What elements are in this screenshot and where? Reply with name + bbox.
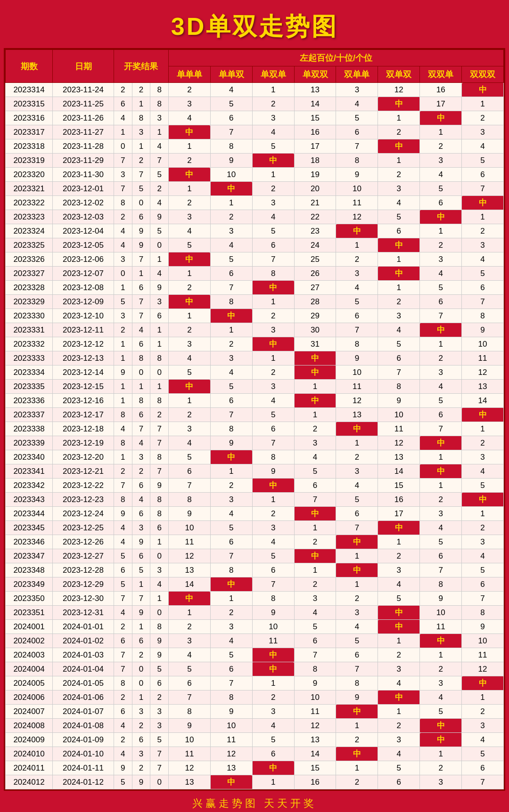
cell-digit-2: 3 [150,719,169,733]
cell-digit-2: 5 [150,168,169,182]
cell-period: 2023346 [6,535,53,549]
cell-val-3: 13 [294,83,336,97]
cell-val-3: 18 [294,154,336,168]
cell-val-0: 2 [168,196,210,210]
cell-period: 2024012 [6,775,53,789]
cell-val-5: 7 [378,365,420,380]
cell-digit-2: 6 [150,521,169,535]
cell-val-7: 5 [462,747,504,761]
cell-val-7: 4 [462,139,504,154]
cell-val-7: 5 [462,154,504,168]
cell-val-3: 29 [294,309,336,323]
cell-val-7: 中 [462,676,504,690]
table-row: 20240072024-01-0763389311中152 [6,705,504,719]
cell-val-1: 中 [210,577,252,592]
cell-date: 2023-12-18 [53,422,114,436]
cell-val-7: 1 [462,97,504,111]
cell-val-3: 27 [294,281,336,295]
cell-period: 2023337 [6,408,53,422]
cell-val-1: 1 [210,323,252,337]
cell-val-7: 7 [462,592,504,606]
cell-val-0: 5 [168,450,210,464]
cell-val-7: 6 [462,168,504,182]
cell-val-6: 16 [420,83,462,97]
cell-val-5: 3 [378,662,420,676]
cell-val-0: 1 [168,606,210,620]
cell-val-2: 1 [252,83,294,97]
header-col: 单单单 [168,66,210,83]
cell-date: 2023-11-25 [53,97,114,111]
cell-date: 2024-01-03 [53,648,114,662]
cell-period: 2023344 [6,507,53,521]
cell-val-2: 中 [252,662,294,676]
table-row: 20233402023-12-201385中8421313 [6,450,504,464]
cell-val-6: 6 [420,549,462,563]
cell-val-2: 2 [252,690,294,705]
cell-digit-1: 6 [132,408,150,422]
cell-val-4: 8 [336,337,378,351]
table-row: 20233332023-12-13188431中96211 [6,351,504,365]
cell-val-6: 5 [420,535,462,549]
cell-val-1: 7 [210,281,252,295]
cell-val-7: 11 [462,351,504,365]
cell-val-0: 8 [168,493,210,507]
cell-digit-1: 0 [132,365,150,380]
cell-digit-2: 4 [150,196,169,210]
cell-period: 2023347 [6,549,53,563]
table-row: 20233292023-12-09573中81285267 [6,295,504,309]
cell-val-1: 6 [210,662,252,676]
cell-period: 2023328 [6,281,53,295]
cell-val-0: 10 [168,733,210,747]
cell-digit-2: 1 [150,323,169,337]
cell-val-5: 5 [378,761,420,775]
cell-digit-0: 5 [114,775,132,789]
table-row: 20233322023-12-1216132中3185110 [6,337,504,351]
cell-digit-1: 1 [132,139,150,154]
cell-digit-2: 9 [150,281,169,295]
cell-digit-1: 9 [132,606,150,620]
cell-date: 2024-01-12 [53,775,114,789]
cell-val-6: 2 [420,662,462,676]
cell-period: 2023338 [6,422,53,436]
table-row: 20233202023-11-30375中101199246 [6,168,504,182]
cell-val-5: 13 [378,450,420,464]
cell-val-5: 12 [378,436,420,450]
table-row: 20233272023-12-07014168263中45 [6,267,504,281]
table-row: 20233152023-11-25618352144中171 [6,97,504,111]
cell-date: 2023-11-29 [53,154,114,168]
cell-val-7: 5 [462,479,504,493]
cell-val-5: 中 [378,521,420,535]
cell-period: 2023342 [6,479,53,493]
cell-digit-2: 8 [150,493,169,507]
cell-val-3: 2 [294,577,336,592]
cell-date: 2023-12-30 [53,592,114,606]
cell-digit-2: 1 [150,535,169,549]
cell-val-7: 2 [462,521,504,535]
cell-val-1: 5 [210,521,252,535]
cell-val-3: 16 [294,125,336,139]
cell-digit-0: 7 [114,662,132,676]
cell-digit-1: 6 [132,507,150,521]
table-row: 20233192023-11-2972729中188135 [6,154,504,168]
cell-digit-2: 8 [150,351,169,365]
cell-digit-2: 2 [150,182,169,196]
cell-val-1: 8 [210,139,252,154]
header-period: 期数 [6,50,53,83]
table-row: 20233312023-12-112412133074中9 [6,323,504,337]
cell-val-6: 2 [420,493,462,507]
cell-val-0: 7 [168,479,210,493]
cell-val-4: 5 [336,493,378,507]
cell-val-2: 7 [252,252,294,267]
cell-digit-1: 5 [132,182,150,196]
table-row: 20240122024-01-1259013中1162637 [6,775,504,789]
cell-val-5: 16 [378,493,420,507]
cell-val-7: 7 [462,775,504,789]
cell-val-7: 11 [462,648,504,662]
cell-val-4: 5 [336,111,378,125]
cell-date: 2024-01-02 [53,634,114,648]
cell-val-1: 8 [210,422,252,436]
cell-val-1: 8 [210,563,252,577]
cell-val-3: 14 [294,97,336,111]
cell-val-1: 6 [210,267,252,281]
cell-val-5: 4 [378,747,420,761]
